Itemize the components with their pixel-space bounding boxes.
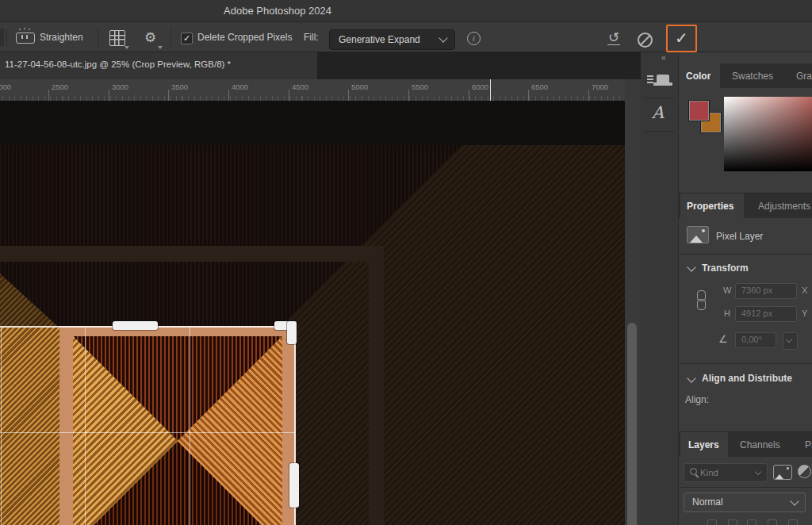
chevron-down-icon [439, 33, 447, 42]
title-bar: Adobe Photoshop 2024 [0, 0, 812, 22]
cancel-crop-button[interactable] [638, 33, 653, 48]
vertical-scrollbar[interactable] [625, 79, 642, 525]
document-canvas[interactable] [0, 101, 625, 525]
ruler-cursor-indicator [490, 79, 491, 101]
reset-crop-button[interactable]: ↺ [607, 31, 620, 45]
crop-settings-gear-icon[interactable]: ⚙ [144, 31, 156, 44]
blend-mode-select[interactable]: Normal [684, 492, 806, 512]
crop-handle-corner-vertical[interactable] [287, 321, 297, 344]
lock-transparency-icon[interactable] [707, 519, 717, 525]
scrollbar-thumb[interactable] [627, 323, 637, 525]
right-panel-area: « A Color Swatches Gradients Properties … [641, 52, 812, 525]
height-field[interactable]: 4912 px [735, 306, 797, 322]
lock-all-icon[interactable] [788, 519, 798, 525]
fill-mode-value: Generative Expand [339, 34, 420, 45]
layer-filter-search[interactable]: Kind [684, 463, 768, 482]
stamp-icon [657, 75, 669, 82]
straighten-button[interactable]: Straighten [40, 32, 83, 43]
layer-type-label: Pixel Layer [716, 231, 763, 242]
crop-handle-right[interactable] [289, 463, 299, 508]
straighten-icon[interactable] [16, 33, 35, 44]
clone-source-panel-button[interactable] [641, 67, 678, 98]
foreground-color-swatch[interactable] [688, 100, 710, 121]
crop-grid-vertical-0 [1, 328, 2, 525]
tab-properties[interactable]: Properties [680, 194, 744, 218]
filter-pixel-layers-icon[interactable] [773, 465, 792, 480]
photoshop-window: { "title_bar": { "title": "Adobe Photosh… [0, 0, 812, 525]
angle-icon: ∠ [718, 333, 728, 345]
lock-artboard-icon[interactable] [768, 519, 777, 525]
crop-handle-top[interactable] [113, 321, 158, 330]
width-field[interactable]: 7360 px [735, 283, 797, 299]
lock-position-icon[interactable] [747, 519, 756, 525]
tab-swatches[interactable]: Swatches [729, 63, 781, 88]
tab-color[interactable]: Color [679, 63, 720, 88]
align-distribute-header: Align and Distribute [702, 373, 792, 384]
fill-label: Fill: [304, 32, 319, 43]
gear-options-caret [158, 46, 163, 49]
pixel-layer-thumbnail [687, 226, 709, 243]
blend-mode-value: Normal [692, 496, 723, 508]
straighten-bubble-dots [19, 29, 21, 30]
subject-square-pattern [73, 336, 282, 525]
document-tab[interactable]: 11-27-04-56-08-utc.jpg @ 25% (Crop Previ… [0, 52, 317, 79]
grid-options-caret [124, 46, 129, 49]
tab-gradients[interactable]: Gradients [793, 63, 812, 88]
divider [98, 29, 98, 46]
divider [6, 29, 7, 46]
search-icon [690, 468, 697, 475]
transform-header: Transform [702, 262, 749, 274]
tab-channels[interactable]: Channels [736, 432, 793, 457]
collapse-panels-button[interactable]: « [661, 52, 665, 62]
crop-shield-top [0, 101, 625, 327]
delete-cropped-pixels-checkbox[interactable]: ✓ [181, 33, 193, 44]
commit-crop-highlight[interactable]: ✓ [666, 25, 697, 52]
filter-adjustment-layers-icon[interactable] [798, 465, 811, 478]
clipped-control [0, 29, 4, 46]
crop-overlay-grid-icon[interactable] [109, 30, 125, 46]
tab-paths[interactable]: Paths [801, 432, 812, 457]
color-panel-body [679, 88, 812, 193]
chevron-down-icon [790, 496, 799, 505]
clone-source-icon [647, 75, 653, 77]
chevron-down-icon [755, 469, 761, 475]
tab-adjustments[interactable]: Adjustments [752, 194, 812, 218]
info-icon[interactable]: i [467, 32, 481, 45]
horizontal-ruler[interactable]: 2000 2500 3000 3500 4000 4500 5000 5500 … [0, 79, 628, 102]
crop-grid-vertical-2 [190, 328, 190, 525]
filter-kind-label: Kind [700, 468, 718, 477]
divider [170, 29, 171, 46]
angle-field[interactable]: 0,00° [735, 332, 776, 348]
character-styles-panel-button[interactable]: A [641, 98, 678, 130]
app-title: Adobe Photoshop 2024 [0, 5, 555, 17]
delete-cropped-pixels-label: Delete Cropped Pixels [197, 32, 292, 43]
link-dimensions-icon-2 [697, 299, 706, 310]
width-label: W [723, 285, 731, 295]
crop-shield-right [295, 327, 625, 525]
x-label: X [802, 285, 807, 295]
properties-panel-tabs: Properties Adjustments [679, 194, 812, 218]
script-a-icon: A [652, 103, 664, 122]
document-tab-title: 11-27-04-56-08-utc.jpg @ 25% (Crop Previ… [5, 59, 231, 69]
height-label: H [724, 308, 730, 318]
fill-mode-dropdown[interactable]: Generative Expand [329, 29, 455, 50]
lock-row-clipped [679, 519, 812, 525]
divider [679, 363, 812, 364]
crop-grid-vertical-1 [85, 328, 86, 525]
layers-panel-tabs: Layers Channels Paths [679, 432, 812, 457]
angle-dropdown-button[interactable] [783, 332, 798, 350]
tab-layers[interactable]: Layers [680, 432, 728, 457]
lock-pixels-icon[interactable] [728, 519, 737, 525]
divider [679, 254, 812, 255]
panel-stack: Color Swatches Gradients Properties Adju… [679, 52, 812, 525]
panel-icon-strip: « A [641, 52, 679, 525]
divider [644, 131, 675, 132]
commit-check-icon[interactable]: ✓ [668, 26, 695, 51]
crop-grid-horizontal-1 [0, 432, 295, 433]
align-collapse-chevron[interactable] [687, 374, 695, 382]
transform-collapse-chevron[interactable] [687, 262, 695, 271]
divider [679, 487, 812, 488]
y-label: Y [802, 308, 807, 318]
color-gradient-field[interactable] [724, 97, 812, 171]
align-label: Align: [685, 394, 709, 405]
